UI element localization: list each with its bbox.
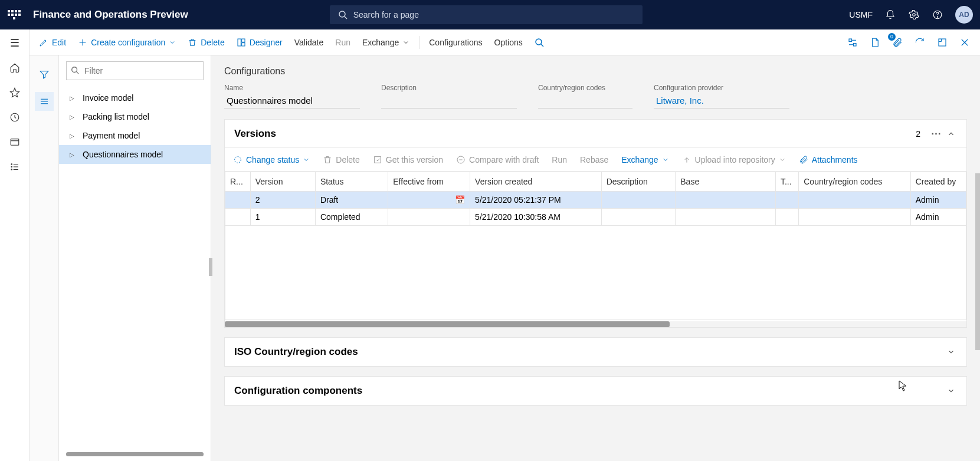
designer-button[interactable]: Designer [231,29,289,55]
office-icon[interactable] [868,35,882,50]
favorites-icon[interactable] [8,86,21,99]
provider-value[interactable]: Litware, Inc. [654,94,789,108]
refresh-icon[interactable] [913,35,927,50]
cell-by[interactable]: Admin [910,192,966,209]
cell-base[interactable] [676,192,776,209]
description-value[interactable] [381,94,517,108]
cell-by[interactable]: Admin [910,209,966,226]
cell-created[interactable]: 5/21/2020 10:30:58 AM [470,209,602,226]
app-launcher-icon[interactable] [7,8,21,22]
col-crc[interactable]: Country/region codes [799,172,911,192]
chevron-down-icon[interactable] [945,346,957,358]
cell-eff[interactable] [388,209,470,226]
col-created-by[interactable]: Created by [910,172,966,192]
cell-created[interactable]: 5/21/2020 05:21:37 PM [470,192,602,209]
tree-scrollbar[interactable] [66,452,204,456]
cell-status[interactable]: Draft [315,192,388,209]
versions-grid: R... Version Status Effective from Versi… [225,172,966,320]
popout-icon[interactable] [935,35,949,50]
attachments-button[interactable]: Attachments [795,155,861,164]
svg-rect-6 [11,139,19,146]
tree-filter-input[interactable] [66,61,204,80]
name-value[interactable]: Questionnaires model [224,94,360,108]
col-effective-from[interactable]: Effective from [388,172,470,192]
delete-button[interactable]: Delete [182,29,230,55]
change-status-button[interactable]: Change status [230,155,313,164]
delete-label: Delete [201,38,224,47]
user-avatar[interactable]: AD [955,6,973,24]
cell-base[interactable] [676,209,776,226]
cell-crc[interactable] [799,209,911,226]
svg-point-2 [913,14,916,17]
svg-point-31 [72,67,77,73]
action-search-button[interactable] [529,29,550,55]
global-search[interactable]: Search for a page [330,5,643,24]
cell-version[interactable]: 2 [250,192,315,209]
grid-h-scrollbar[interactable] [225,321,966,327]
components-header[interactable]: Configuration components [225,377,966,405]
list-pane-icon[interactable] [35,92,54,111]
tree-item-packing-list-model[interactable]: ▷Packing list model [59,107,211,126]
cell-t[interactable] [775,192,798,209]
versions-run-label: Run [552,155,567,164]
col-t[interactable]: T... [775,172,798,192]
options-tab[interactable]: Options [489,29,529,55]
validate-button[interactable]: Validate [289,29,330,55]
chevron-down-icon [779,156,786,163]
crc-value[interactable] [538,94,632,108]
svg-point-33 [235,156,241,163]
chevron-down-icon[interactable] [945,385,957,397]
legal-entity[interactable]: USMF [849,10,873,19]
configurations-tab[interactable]: Configurations [423,29,488,55]
versions-exchange-button[interactable]: Exchange [618,155,672,164]
col-r[interactable]: R... [225,172,251,192]
tree-item-invoice-model[interactable]: ▷Invoice model [59,88,211,107]
cell-eff[interactable]: 📅 [388,192,470,209]
cell-t[interactable] [775,209,798,226]
versions-delete-button: Delete [319,155,363,164]
table-row[interactable]: 1 Completed 5/21/2020 10:30:58 AM Admin [225,209,966,226]
more-icon[interactable]: ⋯ [930,128,942,140]
cell-status[interactable]: Completed [315,209,388,226]
notifications-icon[interactable] [884,9,896,21]
filter-pane-icon[interactable] [35,65,54,84]
edit-button[interactable]: Edit [33,29,72,55]
personalize-icon[interactable] [845,35,860,50]
cell-version[interactable]: 1 [250,209,315,226]
modules-icon[interactable] [8,160,21,173]
field-label: Configuration provider [654,84,789,92]
settings-icon[interactable] [908,9,920,21]
table-row[interactable]: 2 Draft 📅 5/21/2020 05:21:37 PM Admin [225,192,966,209]
validate-label: Validate [294,38,324,47]
search-icon [535,38,544,47]
tree-item-questionnaires-model[interactable]: ▷Questionnaires model [59,145,211,164]
cell-desc[interactable] [601,209,676,226]
cell-crc[interactable] [799,192,911,209]
home-icon[interactable] [8,61,21,74]
versions-header[interactable]: Versions 2 ⋯ [225,120,966,148]
create-configuration-button[interactable]: Create configuration [72,29,182,55]
col-base[interactable]: Base [676,172,776,192]
col-version-created[interactable]: Version created [470,172,602,192]
col-version[interactable]: Version [250,172,315,192]
exchange-button[interactable]: Exchange [356,29,415,55]
help-icon[interactable] [932,9,943,21]
tree-item-payment-model[interactable]: ▷Payment model [59,126,211,145]
svg-rect-25 [939,39,946,46]
close-icon[interactable] [958,35,972,50]
paperclip-icon [799,155,808,164]
recent-icon[interactable] [8,111,21,124]
main-v-scrollbar[interactable] [975,173,980,350]
col-description[interactable]: Description [601,172,676,192]
chevron-up-icon[interactable] [945,128,957,140]
workspaces-icon[interactable] [8,136,21,149]
attachments-indicator-icon[interactable]: 0 [890,35,904,50]
cell-desc[interactable] [601,192,676,209]
calendar-icon[interactable]: 📅 [455,195,465,205]
nav-toggle-icon[interactable]: ☰ [8,37,21,50]
iso-header[interactable]: ISO Country/region codes [225,338,966,366]
cell-r[interactable] [225,209,251,226]
cell-r[interactable] [225,192,251,209]
run-label: Run [335,38,350,47]
col-status[interactable]: Status [315,172,388,192]
